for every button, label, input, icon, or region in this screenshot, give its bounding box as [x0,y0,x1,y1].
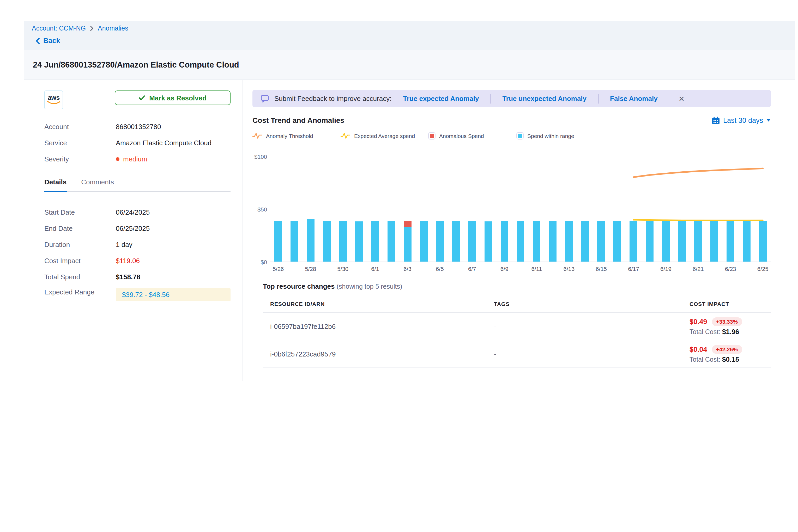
bar-6-2 [383,146,400,262]
bar-6-10 [512,146,529,262]
bar-6-19 [658,146,674,262]
bar-6-7 [464,146,480,262]
detail-row-cost-impact: Cost Impact$119.06 [44,256,230,265]
bar-6-22 [706,146,722,262]
bar-6-14 [577,146,593,262]
spend-bar-segment [339,221,347,262]
breadcrumb-anomalies-link[interactable]: Anomalies [98,25,128,32]
mark-as-resolved-button[interactable]: Mark as Resolved [115,91,230,105]
anomaly-details-page: Account: CCM-NG Anomalies Back 24 Jun/86… [0,21,798,532]
bar-6-18 [642,146,658,262]
spend-bar-segment [372,221,379,262]
resources-table-body: i-06597ba197fe112b6-$0.49+33.33%Total Co… [263,313,771,368]
date-range-picker[interactable]: Last 30 days [712,116,771,124]
spend-bar-segment [323,221,331,262]
bar-6-23 [722,146,739,262]
bar-5-29 [319,146,335,262]
legend-label: Spend within range [527,132,574,139]
bar-6-12 [545,146,561,262]
summary-label-severity: Severity [44,155,116,163]
spend-bar-segment [533,221,540,262]
feedback-option-true-unexpected-anomaly[interactable]: True unexpected Anomaly [502,95,587,102]
summary-value-account: 868001352780 [116,122,161,130]
cost-impact-line: $0.04+42.26% [689,345,771,354]
resolve-button-label: Mark as Resolved [149,94,207,102]
breadcrumb-separator-icon [90,26,94,31]
spend-bar-segment [436,221,443,262]
chart-y-axis: $0$50$100 [252,146,270,262]
legend-label: Anomaly Threshold [266,132,313,139]
feedback-close-icon[interactable]: ✕ [679,95,685,102]
resources-table: RESOURCE ID/ARNTAGSCOST IMPACT i-06597ba… [263,297,771,368]
summary-value-severity: medium [116,155,147,163]
breadcrumb-account-link[interactable]: Account: CCM-NG [32,25,86,32]
bar-5-30 [335,146,351,262]
breadcrumb: Account: CCM-NG Anomalies [32,25,795,32]
x-tick-6-8 [480,266,496,272]
calendar-icon [712,116,720,124]
spend-bar-segment [694,221,702,262]
cost-impact-percent-badge: +33.33% [712,317,742,326]
top-resource-changes-section: Top resource changes (showing top 5 resu… [252,282,771,368]
detail-row-expected-range: Expected Range$39.72 - $48.56 [44,288,230,301]
resource-id: i-0b6f257223cad9579 [270,350,494,358]
bar-6-13 [561,146,577,262]
spend-bar-segment [517,221,525,262]
detail-value-start-date: 06/24/2025 [116,208,150,216]
x-tick-6-25: 6/25 [755,266,771,272]
bar-6-8 [480,146,496,262]
spend-bar-segment [307,219,315,262]
resource-id: i-06597ba197fe112b6 [270,322,494,330]
x-tick-6-9: 6/9 [496,266,512,272]
detail-row-end-date: End Date06/25/2025 [44,224,230,233]
x-tick-6-6 [448,266,464,272]
x-tick-6-24 [739,266,755,272]
anomaly-summary-rows: Account868001352780ServiceAmazon Elastic… [44,122,230,164]
cost-impact-line: $0.49+33.33% [689,317,771,326]
bar-6-1 [367,146,383,262]
spend-bar-segment [549,221,557,262]
x-tick-6-1: 6/1 [367,266,383,272]
bar-6-15 [593,146,609,262]
detail-tabs: DetailsComments [44,178,230,192]
x-tick-5-26: 5/26 [270,266,286,272]
tab-comments[interactable]: Comments [81,178,114,191]
spend-bar-segment [565,221,573,262]
checkmark-icon [139,95,145,100]
severity-text: medium [123,155,147,163]
x-tick-6-20 [674,266,690,272]
chart-plot-area [270,146,771,262]
legend-item-expected-average-spend: Expected Average spend [341,132,429,139]
bar-6-4 [415,146,432,262]
bar-6-17 [626,146,642,262]
spend-bar-segment [710,221,718,262]
legend-label: Expected Average spend [354,132,415,139]
spend-bar-segment [678,221,686,262]
resource-tags: - [494,350,689,358]
anomaly-analysis-panel: Submit Feedback to improve accuracy: Tru… [243,80,795,381]
x-tick-6-17: 6/17 [626,266,642,272]
spend-bar-segment [630,221,638,262]
detail-value-total-spend: $158.78 [116,273,140,281]
back-chevron-icon [36,38,40,44]
column-header-cost-impact: COST IMPACT [689,301,771,307]
bar-6-25 [755,146,771,262]
feedback-option-false-anomaly[interactable]: False Anomaly [610,95,658,102]
provider-row: aws Mark as Resolved [44,91,230,109]
detail-label-duration: Duration [44,241,116,248]
legend-item-spend-within-range: Spend within range [517,132,605,139]
feedback-option-true-expected-anomaly[interactable]: True expected Anomaly [403,95,479,102]
x-tick-6-18 [642,266,658,272]
detail-value-duration: 1 day [116,241,132,248]
back-button[interactable]: Back [36,37,795,44]
x-tick-6-23: 6/23 [722,266,739,272]
pulse-line-icon [252,132,262,139]
bar-6-20 [674,146,690,262]
aws-logo-text: aws [48,95,59,100]
detail-row-duration: Duration1 day [44,240,230,249]
speech-bubble-icon [261,94,270,103]
bar-6-24 [739,146,755,262]
summary-row-account: Account868001352780 [44,122,230,131]
tab-details[interactable]: Details [44,178,66,192]
spend-bar-segment [500,221,508,262]
